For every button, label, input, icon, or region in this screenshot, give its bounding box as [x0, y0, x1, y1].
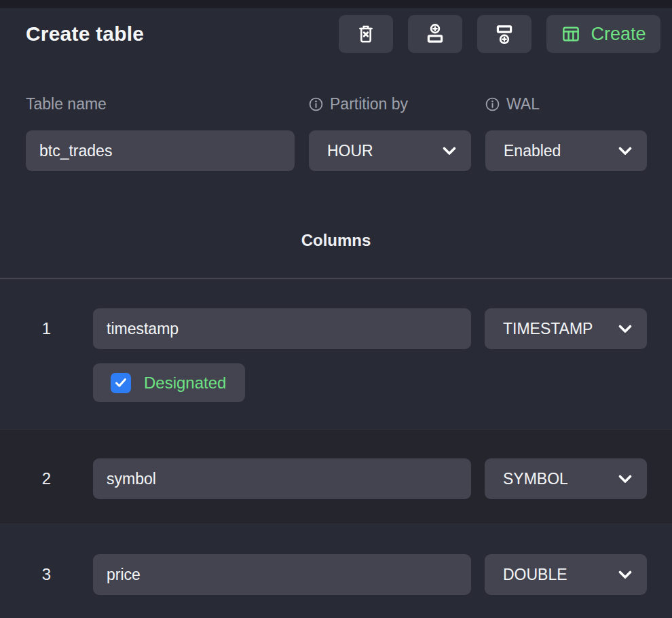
chevron-down-icon — [443, 147, 456, 156]
check-icon — [115, 378, 127, 388]
columns-heading: Columns — [0, 231, 672, 250]
create-table-panel: Create table — [0, 0, 672, 618]
column-row-1-main: 1 TIMESTAMP — [0, 308, 672, 349]
wal-select[interactable]: Enabled — [485, 130, 647, 171]
column-index: 2 — [0, 469, 93, 488]
partition-by-value: HOUR — [327, 142, 373, 160]
remove-column-button[interactable] — [339, 15, 393, 53]
row-plus-above-icon — [424, 23, 446, 45]
chevron-down-icon — [618, 475, 632, 484]
trash-x-icon — [355, 23, 377, 45]
add-column-below-button[interactable] — [477, 15, 531, 53]
row-plus-below-icon — [493, 23, 515, 45]
wal-label: WAL — [485, 95, 647, 113]
create-button-label: Create — [591, 24, 646, 45]
table-name-label-text: Table name — [26, 95, 107, 113]
column-type-value: TIMESTAMP — [503, 320, 593, 338]
header-actions: Create — [339, 15, 660, 53]
column-row-1: 1 TIMESTAMP Designated — [0, 279, 672, 429]
chevron-down-icon — [618, 325, 632, 333]
info-icon — [485, 97, 500, 111]
table-icon — [561, 24, 581, 44]
add-column-above-button[interactable] — [408, 15, 462, 53]
create-button[interactable]: Create — [546, 15, 660, 53]
column-row-2: 2 SYMBOL — [0, 429, 672, 524]
column-name-input[interactable] — [93, 308, 471, 349]
partition-by-label-text: Partition by — [330, 95, 408, 113]
form-fields: HOUR Enabled — [26, 130, 647, 171]
designated-toggle[interactable]: Designated — [93, 363, 245, 402]
wal-value: Enabled — [504, 142, 561, 160]
chevron-down-icon — [618, 147, 632, 156]
table-name-input[interactable] — [26, 130, 295, 171]
column-row-3: 3 DOUBLE — [0, 524, 672, 618]
column-row-2-main: 2 SYMBOL — [0, 458, 672, 499]
chevron-down-icon — [618, 570, 632, 579]
top-strip — [0, 0, 672, 8]
partition-by-label: Partition by — [309, 95, 471, 113]
page-title: Create table — [26, 22, 339, 46]
column-type-select[interactable]: DOUBLE — [485, 554, 647, 595]
table-name-label: Table name — [26, 95, 295, 113]
partition-by-select[interactable]: HOUR — [309, 130, 471, 171]
column-index: 1 — [0, 319, 93, 338]
designated-label: Designated — [144, 374, 226, 393]
column-type-value: DOUBLE — [503, 566, 567, 584]
form-labels: Table name Partition by WAL — [26, 95, 647, 113]
header: Create table — [26, 15, 660, 53]
column-row-3-main: 3 DOUBLE — [0, 554, 672, 595]
column-index: 3 — [0, 565, 93, 584]
column-type-select[interactable]: TIMESTAMP — [485, 308, 647, 349]
column-name-input[interactable] — [93, 554, 471, 595]
info-icon — [309, 97, 323, 111]
wal-label-text: WAL — [506, 95, 540, 113]
column-type-value: SYMBOL — [503, 470, 568, 488]
column-name-input[interactable] — [93, 458, 471, 499]
designated-checkbox[interactable] — [111, 373, 131, 393]
column-type-select[interactable]: SYMBOL — [485, 458, 647, 499]
